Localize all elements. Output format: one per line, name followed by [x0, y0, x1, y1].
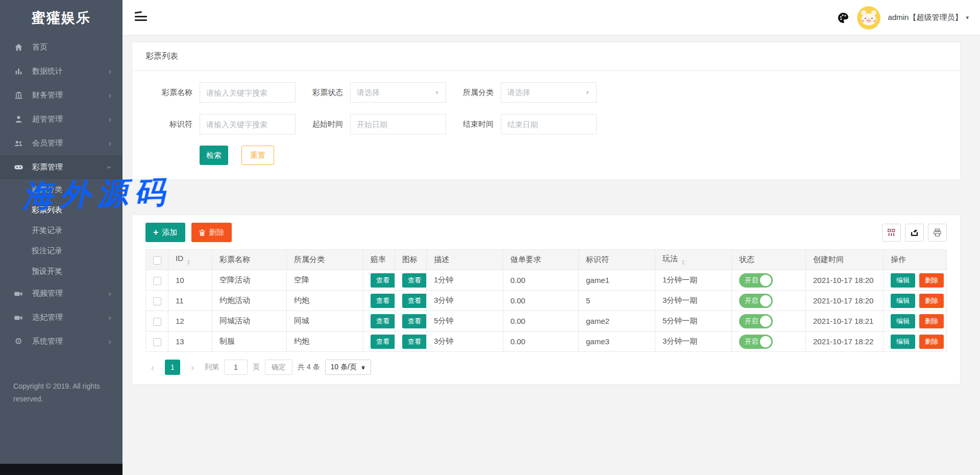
edit-button[interactable]: 编辑: [891, 314, 915, 328]
status-toggle[interactable]: 开启: [739, 273, 773, 288]
sidebar-subitem-lottery-list[interactable]: 彩票列表: [0, 200, 122, 220]
edit-button[interactable]: 编辑: [891, 294, 915, 308]
sidebar-item-finance[interactable]: 财务管理 ›: [0, 83, 122, 107]
cell-desc: 3分钟: [427, 291, 503, 311]
add-button[interactable]: + 添加: [145, 223, 185, 242]
sort-icon[interactable]: ▲▼: [187, 259, 190, 266]
sidebar-item-stats[interactable]: 数据统计 ›: [0, 59, 122, 83]
menu-toggle-icon[interactable]: [135, 12, 148, 23]
goto-confirm-button[interactable]: 确定: [265, 360, 292, 375]
row-checkbox[interactable]: [153, 318, 161, 326]
sidebar-item-superadmin[interactable]: 超管管理 ›: [0, 107, 122, 131]
odds-view-button[interactable]: 查看: [371, 273, 395, 288]
lottery-name-input[interactable]: [200, 82, 296, 103]
lottery-status-select[interactable]: 请选择 ▼: [350, 82, 446, 103]
table-row: 13 制服 约炮 查看 查看 3分钟 0.00 game3 3分钟一期 开启 2…: [146, 331, 947, 352]
toggle-knob: [760, 295, 771, 306]
row-delete-button[interactable]: 删除: [919, 314, 944, 328]
chevron-right-icon: ›: [108, 289, 111, 298]
odds-view-button[interactable]: 查看: [371, 314, 395, 328]
icon-view-button[interactable]: 查看: [402, 335, 427, 349]
print-button[interactable]: [928, 224, 947, 242]
pagination: ‹ 1 › 到第 页 确定 共 4 条 10 条/页 ∨: [132, 352, 960, 384]
sidebar-item-video[interactable]: 视频管理 ›: [0, 281, 122, 305]
odds-view-button[interactable]: 查看: [371, 335, 395, 349]
bank-icon: [13, 91, 23, 100]
select-all-checkbox[interactable]: [153, 256, 161, 265]
row-delete-button[interactable]: 删除: [919, 335, 944, 349]
identifier-input[interactable]: [200, 114, 296, 134]
sidebar-subitem-category[interactable]: 彩票分类: [0, 179, 122, 200]
cell-created: 2021-10-17 18:22: [806, 331, 884, 352]
lottery-submenu: 彩票分类 彩票列表 开奖记录 投注记录 预设开奖: [0, 179, 122, 281]
table-row: 12 同城活动 同城 查看 查看 5分钟 0.00 game2 5分钟一期 开启…: [146, 311, 947, 331]
current-page-button[interactable]: 1: [165, 360, 180, 375]
goto-page-input[interactable]: [224, 360, 248, 375]
end-date-input[interactable]: [501, 114, 597, 134]
sidebar-item-system[interactable]: ⚙ 系统管理 ›: [0, 329, 122, 353]
cell-requirement: 0.00: [503, 270, 579, 291]
page-size-value: 10 条/页: [331, 363, 357, 372]
table-card: + 添加 删除: [132, 215, 961, 385]
search-button[interactable]: 检索: [200, 146, 228, 165]
cell-created: 2021-10-17 18:21: [806, 311, 884, 331]
row-delete-button[interactable]: 删除: [919, 273, 944, 288]
start-date-input[interactable]: [350, 114, 446, 134]
reset-button[interactable]: 重置: [241, 146, 274, 165]
cell-identifier: game3: [579, 331, 655, 352]
sidebar: 蜜獾娱乐 首页 数据统计 › 财务管理 › 超管管理 › 会员管理 ›: [0, 0, 122, 475]
status-toggle[interactable]: 开启: [739, 294, 773, 308]
user-menu[interactable]: admin【超级管理员】 ▾: [888, 13, 969, 22]
export-button[interactable]: [905, 224, 924, 242]
row-checkbox[interactable]: [153, 277, 161, 285]
sidebar-item-label: 首页: [32, 42, 111, 52]
sidebar-item-home[interactable]: 首页: [0, 35, 122, 59]
cell-category: 约炮: [287, 291, 363, 311]
user-icon: [13, 115, 23, 124]
cell-category: 约炮: [287, 331, 363, 352]
sidebar-item-members[interactable]: 会员管理 ›: [0, 131, 122, 155]
sidebar-subitem-preset-draw[interactable]: 预设开奖: [0, 261, 122, 281]
batch-delete-button[interactable]: 删除: [191, 223, 232, 242]
cell-created: 2021-10-17 18:20: [806, 270, 884, 291]
cell-id: 11: [168, 291, 212, 311]
search-card: 彩票列表 彩票名称 彩票状态 请选择 ▼ 所属分类 请选择: [132, 42, 961, 180]
edit-button[interactable]: 编辑: [891, 335, 915, 349]
page-size-select[interactable]: 10 条/页 ∨: [325, 360, 371, 375]
row-checkbox[interactable]: [153, 297, 161, 305]
odds-view-button[interactable]: 查看: [371, 294, 395, 308]
row-checkbox[interactable]: [153, 338, 161, 346]
theme-palette-icon[interactable]: [837, 12, 849, 24]
status-toggle[interactable]: 开启: [739, 335, 773, 349]
sidebar-nav: 首页 数据统计 › 财务管理 › 超管管理 › 会员管理 › 彩票管理 ›: [0, 35, 122, 353]
caret-down-icon: ▾: [966, 14, 969, 21]
toggle-label: 开启: [745, 297, 758, 304]
sidebar-subitem-bet-records[interactable]: 投注记录: [0, 241, 122, 261]
sidebar-item-concubine[interactable]: 选妃管理 ›: [0, 305, 122, 329]
home-icon: [13, 43, 23, 52]
edit-button[interactable]: 编辑: [891, 273, 915, 288]
add-button-label: 添加: [162, 228, 178, 238]
col-header-id[interactable]: ID▲▼: [168, 250, 212, 270]
icon-view-button[interactable]: 查看: [402, 294, 427, 308]
delete-button-label: 删除: [209, 228, 225, 238]
table-row: 10 空降活动 空降 查看 查看 1分钟 0.00 game1 1分钟一期 开启…: [146, 270, 947, 291]
toggle-columns-button[interactable]: [882, 224, 901, 242]
field-label-name: 彩票名称: [145, 88, 192, 98]
icon-view-button[interactable]: 查看: [402, 314, 427, 328]
row-delete-button[interactable]: 删除: [919, 294, 944, 308]
avatar[interactable]: [857, 6, 880, 30]
icon-view-button[interactable]: 查看: [402, 273, 427, 288]
category-select[interactable]: 请选择 ▼: [501, 82, 597, 103]
sort-icon[interactable]: ▲▼: [681, 259, 685, 266]
toggle-knob: [760, 275, 771, 286]
caret-down-icon: ▼: [434, 90, 439, 96]
prev-page-icon[interactable]: ‹: [145, 360, 160, 375]
sidebar-subitem-draw-records[interactable]: 开奖记录: [0, 220, 122, 241]
next-page-icon[interactable]: ›: [185, 360, 200, 375]
col-header-play[interactable]: 玩法▲▼: [655, 250, 732, 270]
status-toggle[interactable]: 开启: [739, 314, 773, 328]
col-header-icon: 图标: [395, 250, 427, 270]
sidebar-item-lottery[interactable]: 彩票管理 ›: [0, 155, 122, 179]
field-label-identifier: 标识符: [145, 120, 192, 129]
